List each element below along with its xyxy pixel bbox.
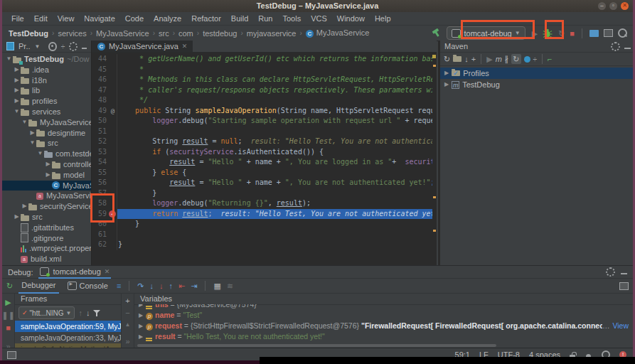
breadcrumb-item[interactable]: src <box>159 29 169 38</box>
tree-item-gitignore[interactable]: .gitignore <box>2 233 91 244</box>
tree-collapsed-arrow-icon[interactable]: ▶ <box>444 68 449 79</box>
frames-overflow-icon[interactable]: » <box>116 337 119 344</box>
menu-item-run[interactable]: Run <box>253 14 277 23</box>
step-out-icon[interactable]: ↑ <box>169 281 174 291</box>
code-line[interactable]: 54 result = "Hello " + name + ", You are… <box>92 157 432 168</box>
tree-item-lib[interactable]: ▶lib <box>2 85 91 96</box>
variable-row-name[interactable]: ▶name = "Test" <box>134 310 633 321</box>
tree-collapsed-arrow-icon[interactable]: ▶ <box>13 65 21 75</box>
menu-item-build[interactable]: Build <box>226 14 253 23</box>
menu-item-navigate[interactable]: Navigate <box>79 14 119 23</box>
close-tab-icon[interactable]: ✕ <box>105 268 110 275</box>
drop-frame-icon[interactable]: ⇤ <box>178 281 185 291</box>
tree-expanded-arrow-icon[interactable]: ▼ <box>5 54 13 65</box>
search-everywhere-icon[interactable] <box>618 28 627 38</box>
line-number[interactable]: 48 <box>92 95 109 106</box>
menu-item-tools[interactable]: Tools <box>277 14 306 23</box>
tree-collapsed-arrow-icon[interactable]: ▶ <box>44 159 52 170</box>
show-dependencies-icon[interactable] <box>524 56 530 63</box>
menu-item-help[interactable]: Help <box>370 14 396 23</box>
tree-collapsed-arrow-icon[interactable]: ▶ <box>13 75 21 86</box>
run-goal-icon[interactable]: ▶ <box>486 54 492 64</box>
debug-button[interactable] <box>543 28 553 38</box>
line-number[interactable]: 61 <box>92 230 109 240</box>
tab-console[interactable]: Console <box>65 279 111 293</box>
maven-item-profiles[interactable]: ▶Profiles <box>440 68 633 79</box>
rerun-icon[interactable]: ↻ <box>6 281 13 291</box>
tree-item-src[interactable]: ▶src <box>2 212 91 223</box>
collapse-all-icon[interactable]: ÷ <box>533 55 538 63</box>
line-number[interactable]: 58 <box>92 198 109 209</box>
thread-selector[interactable]: ✓ "htt...NING ▼ <box>18 306 75 319</box>
line-number[interactable]: 55 <box>92 168 109 178</box>
code-line[interactable]: 47 * caller's request/response objects r… <box>92 85 432 96</box>
breadcrumb-item[interactable]: services <box>58 29 86 38</box>
line-number[interactable]: 53 <box>92 147 109 158</box>
code-line[interactable]: 45 * <box>92 65 432 75</box>
code-line[interactable]: 55 } else { <box>92 168 432 178</box>
frame-row[interactable]: sampleJavaOperation:59, MyJavaService <box>15 321 121 332</box>
line-number[interactable]: 49 <box>92 106 109 117</box>
tree-item-src[interactable]: ▼src <box>2 138 91 149</box>
editor-tab[interactable]: MyJavaService.java ✕ <box>92 41 193 52</box>
code-line[interactable]: 57 } <box>92 188 432 199</box>
tree-collapsed-arrow-icon[interactable]: ▶ <box>139 331 146 342</box>
line-number[interactable]: 59 <box>92 209 109 220</box>
breadcrumb-item[interactable]: com <box>178 29 193 38</box>
run-to-cursor-icon[interactable]: ⇥ <box>191 281 197 291</box>
line-number[interactable]: 57 <box>92 188 109 199</box>
tree-collapsed-arrow-icon[interactable]: ▶ <box>139 310 146 321</box>
stop-icon[interactable]: ■ <box>6 323 11 333</box>
project-structure-icon[interactable] <box>589 30 599 37</box>
mute-breakpoints-icon[interactable]: ≋ <box>227 281 233 291</box>
hide-panel-icon[interactable] <box>82 48 87 49</box>
tree-item-gitattributes[interactable]: .gitattributes <box>2 223 91 233</box>
resume-icon[interactable]: ▶ <box>5 297 11 307</box>
tool-windows-icon[interactable] <box>7 351 16 359</box>
tree-expanded-arrow-icon[interactable]: ▼ <box>13 107 21 117</box>
code-line[interactable]: 46 * Methods in this class can declare H… <box>92 75 432 85</box>
maven-item-testdebug[interactable]: ▶TestDebug <box>440 79 633 90</box>
tab-debugger[interactable]: Debugger <box>18 279 58 294</box>
coverage-button[interactable]: ↻ <box>558 28 565 38</box>
move-up-icon[interactable]: ▲ <box>125 320 131 330</box>
step-into-icon[interactable]: ↓ <box>150 281 154 291</box>
line-number[interactable]: 46 <box>92 75 109 85</box>
tree-item-securityservice[interactable]: ▶securityService <box>2 201 91 212</box>
maximize-button[interactable]: ▫ <box>609 2 617 10</box>
skip-tests-icon[interactable]: ∦ <box>505 54 509 64</box>
breakpoint-gutter[interactable]: ✓ <box>109 209 117 220</box>
menu-item-edit[interactable]: Edit <box>29 14 53 23</box>
line-number[interactable]: 62 <box>92 240 109 250</box>
tree-item-model[interactable]: ▶model <box>2 170 91 181</box>
tree-item-controller[interactable]: ▶controller <box>2 159 91 170</box>
tree-collapsed-arrow-icon[interactable]: ▶ <box>21 201 28 212</box>
tree-collapsed-arrow-icon[interactable]: ▶ <box>139 304 146 310</box>
add-maven-project-icon[interactable]: + <box>471 54 476 64</box>
menu-item-vcs[interactable]: VCS <box>306 14 332 23</box>
line-number[interactable]: 60 <box>92 219 109 230</box>
code-line[interactable]: 62} <box>92 240 432 250</box>
step-over-icon[interactable]: ↷ <box>137 281 144 291</box>
horizontal-scrollbar[interactable] <box>137 344 496 347</box>
variable-row-result[interactable]: ▶result = "Hello Test, You are not authe… <box>134 331 633 342</box>
code-line[interactable]: 49@ public String sampleJavaOperation(St… <box>92 106 432 117</box>
prev-frame-icon[interactable]: ↑ <box>78 308 82 318</box>
tree-item-myjavaservice[interactable]: MyJavaService <box>2 181 91 191</box>
tree-item-idea[interactable]: ▶.idea <box>2 65 91 75</box>
view-breakpoints-icon[interactable]: ▦ <box>213 281 220 291</box>
project-view-label[interactable]: Pr.. <box>18 42 31 50</box>
code-line[interactable]: 61 <box>92 230 432 240</box>
variable-row-request[interactable]: ▶request = {StrictHttpFirewall$StrictFir… <box>134 321 633 331</box>
tree-item-wmprojectproperties[interactable]: .wmproject.properties <box>2 243 91 254</box>
run-button[interactable]: ▶ <box>532 28 538 38</box>
view-value-link[interactable]: View <box>609 321 633 331</box>
tree-item-buildxml[interactable]: build.xml <box>2 254 91 264</box>
code-line[interactable]: 51 <box>92 127 432 137</box>
tree-item-designtime[interactable]: ▶designtime <box>2 128 91 139</box>
editor-scroll-stripe[interactable] <box>432 54 437 265</box>
tree-item-services[interactable]: ▼services <box>2 107 91 117</box>
generate-sources-icon[interactable] <box>453 56 461 62</box>
stop-button[interactable]: ■ <box>570 28 575 38</box>
run-config-combo[interactable]: tomcat-debug ▼ <box>447 26 525 40</box>
